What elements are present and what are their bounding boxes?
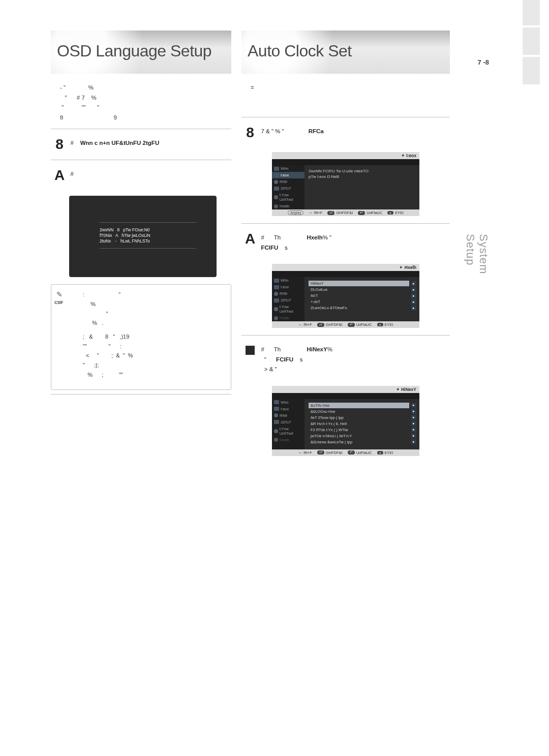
note-box: ✎ CtIF : " % " % . ; & 8 " ,)19 "" " : <… (51, 284, 231, 390)
list-row[interactable]: /leT 2Tsxw tpp ( tpp▸ (309, 415, 416, 420)
step-number: 8 (241, 125, 259, 141)
screen-tabbar (272, 271, 419, 277)
sidebar-item[interactable]: Whn (272, 165, 304, 172)
screen-row: 2tuNx - hLwL FNhLSTo (100, 238, 196, 244)
sidebar-item[interactable]: RN9 (272, 412, 304, 419)
list-row[interactable]: +:dxT▸ (309, 299, 416, 305)
arrow-icon: ▸ (411, 433, 416, 438)
sidebar-item[interactable]: Whn (272, 399, 304, 406)
arrow-icon: ▸ (411, 287, 416, 292)
list-row[interactable]: &0Lhexw &wxLeTw ( tpp▸ (309, 439, 416, 445)
step-prefix: # (70, 140, 73, 146)
step-text: # Wnn c n+n UF&tUnFU 2tgFU (70, 136, 227, 148)
screen-menu-1: ✦ I:eox Whn I:eox RN9 20ToT t:Yxw Ux9Twd… (272, 152, 419, 216)
screen-footer: ↔ Rt+F ⏎GHFDF&I ↶UdFlaUC ⎋EYEl (272, 449, 419, 456)
screen-content: HiNexY▸ DLOulLux▸ /ld:T▸ +:dxT▸ 2LwxOeLo… (304, 277, 419, 321)
thumb-tab (523, 0, 540, 25)
list-row[interactable]: F2 RTdx I:Yx ( ) WTlw▸ (309, 427, 416, 433)
screen-menu-3: ✦ HiNexY Whn I:eox RN9 20ToT t:Yxw Ux9Tw… (272, 386, 419, 456)
arrow-icon: ▸ (411, 427, 416, 432)
sidebar-item[interactable]: Hxelh (272, 203, 304, 209)
step-bold: RFCa (309, 128, 324, 134)
screen-tabbar (272, 393, 419, 399)
list-row[interactable]: DLOulLux▸ (309, 287, 416, 292)
screen-inner: 2wxNN 8 pTw FOue:N0 fT0Nix A hTiw jwLOxL… (100, 222, 196, 249)
arrow-icon: ▸ (411, 421, 416, 426)
sidebar-item[interactable]: t:Yxw Ux9Twd (272, 192, 304, 203)
screen-content: &oT9v Hxe▸ &0LOOxo Hxe▸ /leT 2Tsxw tpp (… (304, 399, 419, 449)
column-left: OSD Language Setup - " % " # 7 % " "" " … (51, 31, 231, 395)
list-row[interactable]: &R Hv:h I:Yx ( 8, Hx9▸ (309, 421, 416, 427)
sidebar-item[interactable]: Whn (272, 277, 304, 284)
right-step-3: # Th HiNexY% " FCIFU s > & " (241, 336, 450, 382)
step-bold: Wnn c n+n UF&tUnFU 2tgFU (80, 140, 160, 146)
screen-row: fT0Nix A hTiw jwLOxLiN (100, 233, 196, 238)
screen-footer: ↔ Rt+F ⏎GHFDF&I ↶UdFlaUC ⎋EYEl (272, 321, 419, 328)
list-row[interactable]: /ld:T▸ (309, 293, 416, 298)
step-text: 7 & " % " RFCa (261, 125, 446, 137)
screen-row: 2wxNN 8 pTw FOue:N0 (100, 227, 196, 232)
arrow-icon: ▸ (411, 403, 416, 408)
screen-sidebar: Whn I:eox RN9 20ToT t:Yxw Ux9Twd Hxelh (272, 165, 304, 209)
step-text: # Th HiNexY% " FCIFU s > & " (261, 343, 446, 375)
sidebar-item[interactable]: 20ToT (272, 185, 304, 192)
anykey-pill: Anykey (288, 210, 303, 215)
sidebar-item[interactable]: 20ToT (272, 419, 304, 426)
arrow-icon: ▸ (411, 299, 416, 305)
note-label: CtIF (54, 299, 64, 307)
screen-message: 2wxNN FCIFU Tw U:u0e mleeTO pTw I:eox D:… (309, 168, 416, 179)
right-header: Auto Clock Set (241, 31, 450, 74)
thumb-tab (523, 27, 540, 55)
left-header: OSD Language Setup (51, 31, 231, 74)
list-row[interactable]: &0LOOxo Hxe▸ (309, 409, 416, 414)
step-text: # Th Hxelh% " FCIFU s (261, 231, 446, 253)
screen-content: 2wxNN FCIFU Tw U:u0e mleeTO pTw I:eox D:… (304, 165, 419, 209)
sidebar-item[interactable]: I:eox (272, 172, 304, 178)
sidebar-item[interactable]: t:Yxw Ux9Twd (272, 426, 304, 437)
sidebar-item[interactable]: 20ToT (272, 297, 304, 304)
step-number: 8 (51, 136, 68, 153)
sidebar-item[interactable]: I:eox (272, 284, 304, 290)
sidebar-item[interactable]: RN9 (272, 178, 304, 185)
right-intro: = (251, 83, 450, 111)
sidebar-item[interactable]: t:Yxw Ux9Twd (272, 304, 304, 315)
page-number: 7 -8 (478, 58, 489, 66)
arrow-icon: ▸ (411, 281, 416, 286)
note-p1: : " % " % . (83, 290, 225, 328)
screen-crumb: ✦ I:eox (272, 152, 419, 159)
screen-sidebar: Whn I:eox RN9 20ToT t:Yxw Ux9Twd Hxelh (272, 277, 304, 321)
step-plain: 7 & " % " (261, 128, 284, 134)
list-row[interactable]: jwTOe n:NhoLi ( /leT:n:Y▸ (309, 433, 416, 439)
thumb-tabs (523, 0, 541, 86)
list-row[interactable]: &oT9v Hxe▸ (309, 403, 416, 408)
sidebar-item[interactable]: Hxelh (272, 315, 304, 321)
left-step-1: 8 # Wnn c n+n UF&tUnFU 2tgFU (51, 129, 231, 160)
screen-crumb: ✦ HiNexY (272, 386, 419, 393)
screen-tabbar (272, 159, 419, 165)
left-intro: - " % " # 7 % " "" " 8 9 (60, 83, 231, 123)
screen-language: 2wxNN 8 pTw FOue:N0 fT0Nix A hTiw jwLOxL… (69, 196, 217, 277)
arrow-icon: ▸ (411, 439, 416, 444)
sidebar-item[interactable]: Hxelh (272, 437, 304, 443)
screen-menu-2: ✦ Hxelh Whn I:eox RN9 20ToT t:Yxw Ux9Twd… (272, 264, 419, 328)
step-number: A (51, 167, 68, 184)
list-row[interactable]: HiNexY▸ (309, 281, 416, 286)
sidebar-item[interactable]: I:eox (272, 406, 304, 412)
list-row[interactable]: 2LwxOeLo &TOewFo▸ (309, 305, 416, 311)
screen-crumb: ✦ Hxelh (272, 264, 419, 271)
step-number: A (241, 231, 259, 247)
page-footer: English 7 -8 (454, 58, 489, 66)
arrow-icon: ▸ (411, 409, 416, 414)
right-step-1: 8 7 & " % " RFCa (241, 117, 450, 148)
screen-sidebar: Whn I:eox RN9 20ToT t:Yxw Ux9Twd Hxelh (272, 399, 304, 449)
right-title: Auto Clock Set (241, 31, 450, 61)
note-p2: ; & 8 " ,)19 "" " : < " ; & " % " ;|; % … (83, 332, 225, 379)
section-tab: System Setup (464, 234, 490, 274)
step-bullet-icon (246, 346, 255, 355)
arrow-icon: ▸ (411, 306, 416, 311)
left-step-2: A # (51, 160, 231, 191)
sidebar-item[interactable]: RN9 (272, 290, 304, 297)
step-text: # (70, 167, 227, 179)
right-step-2: A # Th Hxelh% " FCIFU s (241, 224, 450, 260)
left-title: OSD Language Setup (51, 31, 231, 61)
